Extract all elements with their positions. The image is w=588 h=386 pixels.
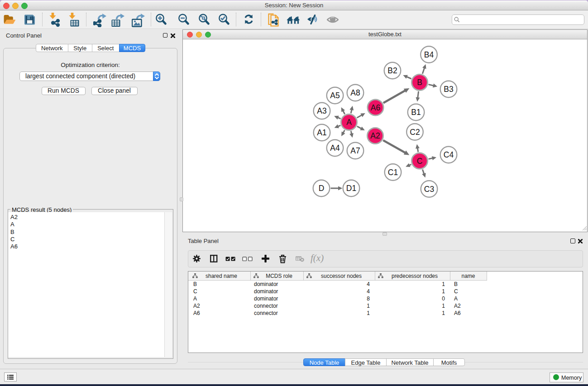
svg-text:A8: A8 xyxy=(350,88,360,97)
svg-text:B1: B1 xyxy=(411,108,421,117)
svg-text:A6: A6 xyxy=(371,103,380,112)
svg-text:D1: D1 xyxy=(346,184,356,193)
svg-text:A1: A1 xyxy=(317,128,326,137)
svg-text:A: A xyxy=(346,118,352,127)
svg-text:A2: A2 xyxy=(370,131,380,140)
svg-text:A5: A5 xyxy=(330,91,339,100)
svg-text:A7: A7 xyxy=(350,146,360,155)
svg-text:C3: C3 xyxy=(424,185,434,194)
svg-text:B4: B4 xyxy=(424,50,434,59)
svg-text:C2: C2 xyxy=(410,128,420,137)
svg-text:C1: C1 xyxy=(388,168,398,177)
svg-text:C4: C4 xyxy=(444,150,454,159)
svg-text:C: C xyxy=(417,157,423,166)
svg-text:B: B xyxy=(417,78,422,87)
svg-text:A4: A4 xyxy=(330,143,340,152)
svg-text:B3: B3 xyxy=(444,85,453,94)
svg-text:D: D xyxy=(319,184,325,193)
svg-text:B2: B2 xyxy=(387,66,397,75)
svg-text:A3: A3 xyxy=(317,106,326,115)
